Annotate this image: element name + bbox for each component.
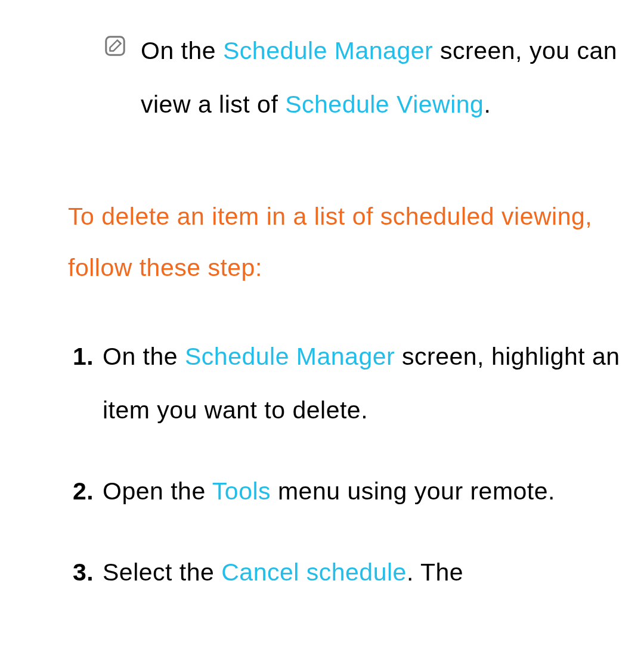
ui-term: Cancel schedule: [221, 558, 407, 586]
text-seg: On the: [103, 343, 185, 370]
ui-term: Tools: [212, 477, 271, 505]
list-item: Select the Cancel schedule. The: [68, 545, 623, 599]
text-seg: On the: [141, 37, 223, 64]
text-seg: Open the: [103, 477, 212, 505]
note-text: On the Schedule Manager screen, you can …: [141, 24, 623, 131]
section-heading: To delete an item in a list of scheduled…: [68, 191, 623, 293]
list-item: On the Schedule Manager screen, highligh…: [68, 330, 623, 437]
text-seg: .: [484, 91, 491, 118]
note-icon: [104, 30, 128, 69]
step-text: On the Schedule Manager screen, highligh…: [103, 330, 623, 437]
svg-rect-0: [106, 37, 124, 55]
note-block: On the Schedule Manager screen, you can …: [104, 24, 623, 131]
step-text: Open the Tools menu using your remote.: [103, 464, 623, 518]
ui-term: Schedule Manager: [223, 37, 433, 64]
steps-list: On the Schedule Manager screen, highligh…: [68, 330, 623, 600]
list-item: Open the Tools menu using your remote.: [68, 464, 623, 518]
step-text: Select the Cancel schedule. The: [103, 545, 623, 599]
document-page: On the Schedule Manager screen, you can …: [0, 0, 644, 599]
text-seg: . The: [407, 558, 463, 586]
text-seg: menu using your remote.: [271, 477, 555, 505]
ui-term: Schedule Manager: [185, 343, 395, 370]
ui-term: Schedule Viewing: [285, 91, 484, 118]
text-seg: Select the: [103, 558, 221, 586]
